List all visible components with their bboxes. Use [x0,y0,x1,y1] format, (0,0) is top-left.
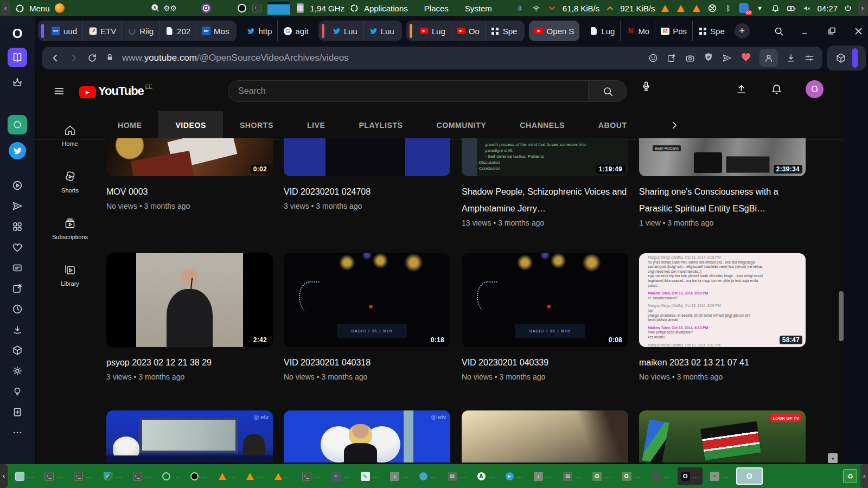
channel-tab-playlists[interactable]: PLAYLISTS [342,111,419,139]
vlc-tray-icon[interactable] [691,3,702,14]
taskbar-window-shield[interactable]: ✓... [100,467,125,485]
settings-gear-icon[interactable] [8,361,27,381]
video-thumbnail[interactable]: 0:02 [106,138,273,176]
taskbar-window-vlc[interactable]: ... [215,467,239,485]
channel-tab-shorts[interactable]: SHORTS [223,111,290,139]
taskbar-window-spiral[interactable]: ... [159,467,183,485]
active-tab[interactable]: ▶Open S [529,21,579,41]
video-thumbnail[interactable]: 1:52 [284,138,450,176]
account-avatar[interactable]: O [806,80,824,98]
volume-muted-icon[interactable] [801,3,812,14]
chat-app-tray-icon[interactable]: 92 [738,3,749,14]
indicator-triangle-icon[interactable]: ▼ [754,3,765,14]
video-title[interactable]: Shadow People, Schizophrenic Voices and … [462,183,628,217]
extension-box[interactable] [827,46,866,70]
taskbar-window-calculator[interactable]: ▤... [445,467,470,485]
taskbar-window-search[interactable]: A... [474,467,498,485]
browser-tab[interactable]: Lug [584,21,620,41]
browser-tab[interactable]: Spe [692,21,730,41]
video-thumbnail[interactable]: RADIO 7 96.1 MHz0:08 [462,253,628,347]
taskbar-window-show-desktop[interactable]: ... [12,467,37,485]
bookmarks-reader-icon[interactable] [8,48,27,67]
browser-tab[interactable]: ▶Oo [451,21,485,41]
messenger-icon[interactable] [8,196,27,216]
taskbar-window-music-folder[interactable]: ♪... [531,467,556,485]
power-icon[interactable] [843,3,853,14]
opera-logo[interactable]: O [8,24,27,43]
taskbar-window-monitor[interactable]: ≈... [328,467,353,485]
wifi-icon[interactable] [531,3,542,14]
taskbar-window-vlc[interactable]: ... [243,467,266,485]
video-card[interactable] [462,410,628,463]
trash-icon[interactable]: ♻ [843,469,857,483]
voice-search-icon[interactable] [640,80,652,102]
network-disabled-icon[interactable] [707,3,718,14]
browser-tab[interactable]: Gagit [277,21,314,41]
video-card[interactable]: growth process of the mind that forces s… [462,138,628,227]
taskbar-window-opera[interactable]: O [736,467,763,485]
video-card[interactable]: RADIO 7 96.1 MHz0:08VID 20230201 040339N… [462,253,628,381]
video-card[interactable]: 1:52VID 20230201 0247083 views • 3 month… [284,138,450,210]
news-icon[interactable] [8,258,27,278]
shield-check-icon[interactable] [703,52,714,65]
taskbar-window-calculator[interactable]: ▤... [560,467,585,485]
video-card[interactable]: Sean McCann2:39:34Sharing one's Consciou… [639,138,806,227]
opera-panel-icon[interactable] [237,3,247,14]
firefox-icon[interactable] [54,3,65,14]
youtube-logo[interactable]: ▶ YouTube EE [79,84,152,98]
menu-label[interactable]: Menu [29,4,50,13]
reload-button[interactable] [87,53,98,63]
tab-search-icon[interactable] [774,26,784,36]
speed-dial-icon[interactable] [8,217,27,236]
guide-item-library[interactable]: Library [46,264,94,287]
search-button[interactable] [588,80,627,102]
video-thumbnail[interactable]: growth process of the mind that forces s… [462,138,628,176]
taskbar-window-app-circle[interactable]: ... [416,467,440,485]
video-card[interactable]: etv [106,410,273,463]
taskbar-window-terminal[interactable]: ›_... [130,467,155,485]
upload-icon[interactable] [735,83,748,95]
video-title[interactable]: VID 20230201 040339 [462,354,628,371]
taskbar-window-terminal[interactable]: ›_... [41,467,66,485]
channel-tab-live[interactable]: LIVE [290,111,342,139]
minimize-button[interactable] [800,26,810,36]
taskbar-window-folder[interactable]: ... [648,467,673,485]
notifications-bell-icon[interactable] [770,3,781,14]
taskbar-window-terminal[interactable]: ›_... [71,467,95,485]
channel-tab-about[interactable]: ABOUT [582,111,644,139]
browser-tab[interactable]: ▶Lug [414,21,451,41]
add-bookmark-icon[interactable] [8,402,27,422]
chatgpt-icon[interactable] [8,115,27,134]
applications-menu[interactable]: Applications [364,4,408,13]
panel-collapse-left-button[interactable]: ‹ [1,1,10,15]
new-tab-button[interactable]: + [735,23,750,38]
channel-tab-videos[interactable]: VIDEOS [158,111,223,139]
browser-tab[interactable]: NMo [620,21,655,41]
video-thumbnail[interactable]: RADIO 7 96.1 MHz0:18 [284,253,450,347]
tab-group-color-bar[interactable] [41,24,44,38]
tab-group-color-bar[interactable] [410,24,412,38]
browser-tab[interactable]: errMos [196,21,234,41]
video-thumbnail[interactable]: 2:42 [106,253,273,347]
scrollbar-down-button[interactable]: ▾ [828,453,838,463]
gears-icon[interactable]: ⚙⚙ [165,3,176,14]
emoji-reaction-icon[interactable] [648,53,659,63]
video-title[interactable]: Sharing one's Consciousness with a Paras… [639,183,806,217]
channel-tab-home[interactable]: HOME [101,111,158,139]
channel-tabs-more-icon[interactable] [669,111,680,139]
video-title[interactable]: maiken 2023 02 13 21 07 41 [639,354,806,371]
video-thumbnail[interactable]: Sean McCann2:39:34 [639,138,806,176]
search-input[interactable] [228,80,588,102]
back-button[interactable] [50,53,61,63]
video-title[interactable]: VID 20230201 040318 [284,354,450,371]
taskbar-window-music-folder[interactable]: ♪... [387,467,412,485]
snapshot-camera-icon[interactable] [685,53,695,63]
taskbar-window-document[interactable]: ≡... [707,467,732,485]
cpu-graph[interactable] [267,3,291,14]
taskbar-scroll-left-button[interactable]: ‹ [0,464,8,488]
menu-logo-icon[interactable] [14,3,25,14]
panel-clock[interactable]: 04:27 [817,4,838,13]
tor-icon[interactable] [201,3,212,14]
applications-menu-icon[interactable] [349,3,360,14]
tune-sliders-icon[interactable] [804,53,815,63]
